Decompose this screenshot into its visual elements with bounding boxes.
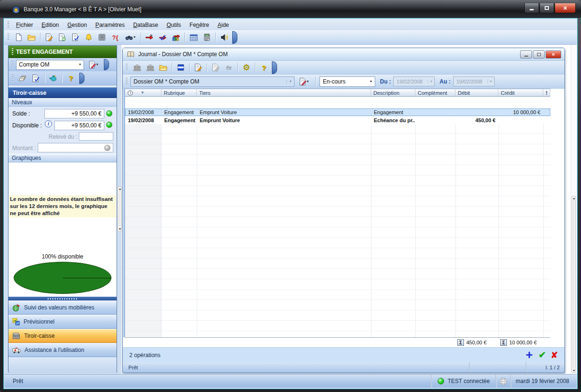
edit-operation-button[interactable]	[43, 32, 55, 43]
scope-select[interactable]: Dossier OM * Compte OM ▾	[130, 76, 295, 87]
toolbar-separator	[215, 33, 216, 42]
minimize-button[interactable]	[524, 3, 539, 13]
title-bar[interactable]: Banque 3.0 Manager < B Ê T A > [Olivier …	[0, 0, 581, 18]
transfer-operation-button[interactable]	[170, 32, 182, 43]
nav-label: Prévisionnel	[24, 318, 54, 325]
left-panel-splitter[interactable]: ◄ ◄	[118, 186, 122, 232]
journal-report-button[interactable]: ▾	[297, 76, 311, 87]
solde-field[interactable]: +9 550,00 €	[44, 109, 104, 118]
validate-button[interactable]: ✔	[539, 350, 546, 360]
edit-check-button[interactable]	[30, 73, 42, 83]
status-filter-select[interactable]: En-cours ▾	[320, 76, 375, 87]
menu-database[interactable]: DataBase	[129, 20, 162, 30]
account-select[interactable]: Compte OM ▾	[16, 60, 84, 70]
bank-button-disabled[interactable]	[144, 62, 156, 73]
journal-toolbar-cap	[272, 61, 277, 74]
cash-drawer-icon	[12, 333, 20, 340]
journal-title-bar[interactable]: Journal - Dossier OM * Compte OM ×	[123, 48, 564, 61]
bank-button-disabled[interactable]	[131, 62, 143, 73]
column-header-debit[interactable]: Débit	[455, 89, 498, 96]
assistant-button[interactable]	[47, 73, 59, 83]
new-entry-row[interactable]	[125, 97, 550, 108]
edit-operation-button[interactable]	[192, 62, 204, 73]
clock-icon	[127, 90, 133, 96]
sidebar-header-grip[interactable]	[12, 48, 13, 56]
column-header-complement[interactable]: Complément	[415, 89, 455, 96]
menu-parametres[interactable]: Paramètres	[91, 20, 129, 30]
journal-close-button[interactable]: ×	[546, 50, 561, 58]
date-from-field[interactable]: 19/02/2008 ▾	[393, 76, 435, 86]
new-document-button[interactable]	[12, 32, 25, 43]
disponible-field[interactable]: +9 550,00 €	[54, 121, 104, 130]
nav-previsionnel[interactable]: Prévisionnel	[8, 315, 117, 329]
restore-button[interactable]	[539, 3, 554, 13]
close-button[interactable]: ×	[555, 3, 576, 13]
safe-button[interactable]	[96, 32, 108, 43]
debit-total-value: 450,00 €	[466, 340, 487, 345]
column-header-tiers[interactable]: Tiers	[197, 89, 371, 96]
right-panel-splitter[interactable]: ◄ ◄	[572, 196, 576, 373]
nav-assistance[interactable]: Assistance à l'utilisation	[8, 343, 117, 357]
cancel-button[interactable]: ✘	[551, 350, 558, 360]
help-insert-button[interactable]: ?{	[109, 32, 121, 43]
info-icon[interactable]: i	[45, 120, 52, 127]
column-header-credit[interactable]: Crédit	[498, 89, 543, 96]
calculator-button[interactable]	[201, 32, 213, 43]
table-row[interactable]: 19/02/2008 Engagement Emprunt Voiture En…	[125, 108, 550, 116]
edit-disabled-button[interactable]	[210, 62, 222, 73]
sound-button[interactable]	[218, 32, 230, 43]
journal-help-button[interactable]: ?	[258, 62, 270, 73]
date-to-value: 19/02/2008	[456, 79, 482, 84]
sidebar-splitter[interactable]	[8, 297, 117, 300]
validate-operation-button[interactable]	[157, 32, 169, 43]
filter-bar-grip[interactable]	[126, 78, 127, 85]
column-header-description[interactable]: Description	[371, 89, 415, 96]
toolbar-separator	[255, 63, 255, 72]
open-file-button[interactable]	[25, 32, 38, 43]
toolbar-separator	[315, 77, 316, 86]
nav-tiroir-caisse[interactable]: Tiroir-caisse	[8, 329, 117, 343]
nav-suivi-valeurs[interactable]: Suivi des valeurs mobilières	[8, 300, 117, 315]
montant-field[interactable]	[38, 143, 113, 152]
menu-outils[interactable]: Outils	[162, 20, 185, 30]
settings-gear-button[interactable]: ⚙	[240, 62, 253, 73]
add-operation-button[interactable]: +	[526, 348, 533, 362]
menu-fichier[interactable]: Fichier	[12, 20, 37, 30]
formula-disabled-button[interactable]: fx	[223, 62, 235, 73]
column-header-rubrique[interactable]: Rubrique	[161, 89, 197, 96]
sidebar-toolbar-grip[interactable]	[12, 75, 13, 82]
menu-edition[interactable]: Edition	[37, 20, 63, 30]
journal-toolbar: fx ⚙ ?	[123, 61, 564, 75]
chevron-down-icon: ▾	[76, 63, 84, 67]
document-clock-icon	[59, 33, 66, 41]
releve-field[interactable]	[79, 132, 113, 141]
menubar-grip[interactable]	[8, 21, 9, 29]
minimize-icon	[530, 9, 534, 10]
column-header-flag[interactable]: !	[543, 89, 550, 96]
calendar-button[interactable]	[187, 32, 200, 43]
register-button[interactable]	[17, 73, 29, 83]
journal-restore-button[interactable]	[533, 50, 545, 58]
alerts-bell-button[interactable]	[83, 32, 95, 43]
menu-fenetre[interactable]: Fenêtre	[185, 20, 213, 30]
document-validate-button[interactable]	[69, 32, 82, 43]
document-schedule-button[interactable]	[56, 32, 68, 43]
grid-lines	[125, 124, 550, 337]
table-row[interactable]: 19/02/2008 Engagement Emprunt Voiture Ec…	[125, 117, 550, 124]
journal-toolbar-grip[interactable]	[126, 64, 127, 71]
column-header-date[interactable]: ▼	[125, 89, 161, 96]
account-bar-grip[interactable]	[12, 61, 13, 68]
toolbar-grip[interactable]	[8, 33, 9, 41]
client-area: Fichier Edition Gestion Paramètres DataB…	[3, 18, 578, 389]
date-to-field[interactable]: 19/02/2008 ▾	[453, 76, 495, 86]
sidebar-help-button[interactable]: ?	[65, 73, 77, 83]
menu-aide[interactable]: Aide	[213, 20, 233, 30]
write-operation-button[interactable]	[143, 32, 156, 43]
menu-gestion[interactable]: Gestion	[63, 20, 91, 30]
open-dossier-button[interactable]	[157, 62, 169, 73]
journal-footer: 2 opérations + ✔ ✘	[123, 347, 564, 362]
search-button[interactable]: ▾	[122, 32, 138, 43]
account-view-button[interactable]	[175, 62, 187, 73]
journal-minimize-button[interactable]	[520, 50, 532, 58]
account-report-button[interactable]: ▾	[86, 59, 101, 70]
